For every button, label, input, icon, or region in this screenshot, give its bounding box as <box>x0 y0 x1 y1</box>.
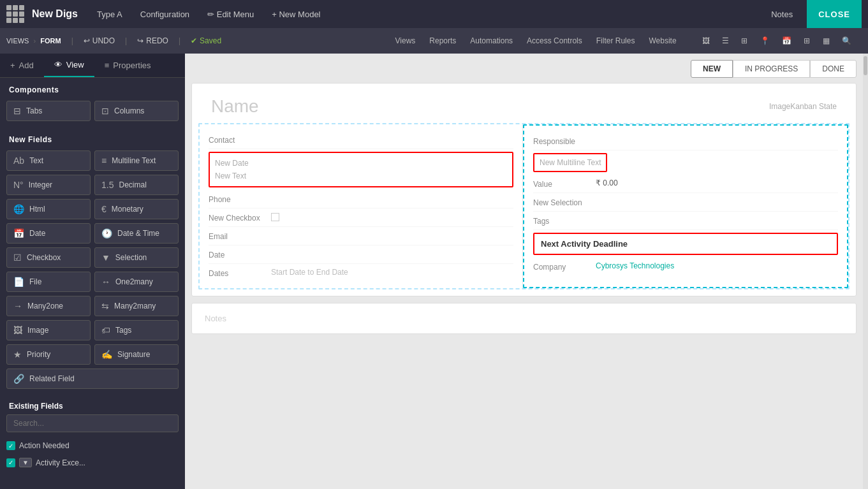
close-button[interactable]: CLOSE <box>807 0 862 28</box>
main-layout: + Add 👁 View ≡ Properties Components ⊟ T… <box>0 54 868 489</box>
field-datetime[interactable]: 🕐 Date & Time <box>94 223 179 244</box>
nav-reports[interactable]: Reports <box>424 34 461 48</box>
field-company: Company Cybrosys Technologies <box>533 258 838 275</box>
map-icon[interactable]: 📍 <box>755 34 775 48</box>
sidebar: + Add 👁 View ≡ Properties Components ⊟ T… <box>0 54 185 489</box>
nav-configuration[interactable]: Configuration <box>135 7 195 22</box>
image-icon[interactable]: 🖼 <box>697 34 715 48</box>
columns-icon: ⊡ <box>101 106 109 116</box>
nav-automations[interactable]: Automations <box>465 34 518 48</box>
eye-icon: 👁 <box>54 60 63 69</box>
sidebar-tab-view[interactable]: 👁 View <box>44 54 94 77</box>
next-activity-field[interactable]: Next Activity Deadline <box>541 239 830 249</box>
field-multiline-text[interactable]: ≡ Multiline Text <box>94 150 179 171</box>
field-selection[interactable]: ▼ Selection <box>94 247 179 268</box>
field-phone: Phone <box>209 190 513 208</box>
nav-new-model[interactable]: New Model <box>267 7 325 22</box>
field-integer[interactable]: N° Integer <box>6 175 91 195</box>
field-image[interactable]: 🖼 Image <box>6 320 91 340</box>
datetime-icon: 🕐 <box>101 228 112 238</box>
field-one2many[interactable]: ↔ One2many <box>94 272 179 292</box>
new-text-field[interactable]: New Text <box>215 170 507 182</box>
contact-label: Contact <box>209 135 266 145</box>
grid-icon[interactable]: ⊞ <box>736 34 753 48</box>
field-signature[interactable]: ✍ Signature <box>94 344 179 365</box>
field-date: Date <box>209 245 513 264</box>
checkbox-widget[interactable] <box>271 213 279 221</box>
list-icon[interactable]: ☰ <box>717 34 734 48</box>
notes-button[interactable]: Notes <box>765 7 799 22</box>
search-icon[interactable]: 🔍 <box>837 34 857 48</box>
field-checkbox[interactable]: ☑ Checkbox <box>6 247 91 268</box>
field-decimal[interactable]: 1.5 Decimal <box>94 175 179 195</box>
field-dates: Dates Start Date to End Date <box>209 264 513 282</box>
field-html[interactable]: 🌐 Html <box>6 199 91 219</box>
status-done[interactable]: DONE <box>810 60 857 78</box>
field-monetary[interactable]: € Monetary <box>94 199 179 219</box>
multiline-icon: ≡ <box>101 156 107 166</box>
divider: | <box>71 36 73 45</box>
existing-fields-search[interactable] <box>6 414 179 432</box>
selection-icon: ▼ <box>101 252 110 263</box>
field-priority[interactable]: ★ Priority <box>6 344 91 365</box>
activity-dropdown-arrow[interactable]: ▼ <box>19 458 32 467</box>
app-title: New Digs <box>32 8 78 20</box>
nav-views[interactable]: Views <box>390 34 421 48</box>
nav-access-controls[interactable]: Access Controls <box>522 34 587 48</box>
responsible-label: Responsible <box>533 136 591 146</box>
existing-item-action-needed[interactable]: ✓ Action Needed <box>0 437 185 454</box>
new-checkbox-value[interactable] <box>271 212 513 221</box>
tags-icon: 🏷 <box>101 325 110 335</box>
file-icon: 📄 <box>13 277 24 287</box>
redo-button[interactable]: ↪ REDO <box>131 34 175 48</box>
nav-type-a[interactable]: Type A <box>92 7 128 22</box>
company-label: Company <box>533 261 591 272</box>
secondary-navigation: VIEWS › FORM | ↩ UNDO | ↪ REDO | ✔ Saved… <box>0 28 868 54</box>
dates-label: Dates <box>209 268 266 278</box>
field-related[interactable]: 🔗 Related Field <box>6 369 179 389</box>
undo-button[interactable]: ↩ UNDO <box>77 34 121 48</box>
new-date-field[interactable]: New Date <box>215 157 507 170</box>
app-grid-icon[interactable] <box>6 5 24 23</box>
nav-edit-menu[interactable]: Edit Menu <box>202 7 259 22</box>
table-icon[interactable]: ⊞ <box>798 34 815 48</box>
calendar-icon[interactable]: 📅 <box>777 34 797 48</box>
status-new[interactable]: NEW <box>691 60 733 78</box>
red-box-date-text: New Date New Text <box>209 152 513 187</box>
sidebar-tab-add[interactable]: + Add <box>0 54 44 77</box>
field-text[interactable]: Ab Text <box>6 150 91 171</box>
field-responsible: Responsible <box>533 132 838 150</box>
signature-icon: ✍ <box>101 349 112 360</box>
one2many-icon: ↔ <box>101 277 110 287</box>
new-fields-title: New Fields <box>0 128 185 148</box>
date-icon: 📅 <box>13 228 24 238</box>
many2many-icon: ⇆ <box>101 301 109 311</box>
status-bar: NEW IN PROGRESS DONE <box>191 60 857 78</box>
existing-item-activity[interactable]: ✓ ▼ Activity Exce... <box>0 454 185 471</box>
field-date[interactable]: 📅 Date <box>6 223 91 244</box>
component-columns[interactable]: ⊡ Columns <box>94 101 179 121</box>
scrollbar-thumb <box>864 56 867 75</box>
field-file[interactable]: 📄 File <box>6 272 91 292</box>
new-fields-grid: Ab Text ≡ Multiline Text N° Integer 1.5 … <box>0 148 185 395</box>
right-scrollbar[interactable] <box>863 54 868 489</box>
value-amount: ₹ 0.00 <box>596 179 838 187</box>
field-many2many[interactable]: ⇆ Many2many <box>94 296 179 316</box>
nav-website[interactable]: Website <box>644 34 681 48</box>
field-tags[interactable]: 🏷 Tags <box>94 320 179 340</box>
field-many2one[interactable]: → Many2one <box>6 296 91 316</box>
new-multiline-field[interactable]: New Multiline Text <box>540 158 601 167</box>
sidebar-tab-properties[interactable]: ≡ Properties <box>94 54 161 77</box>
notes-area[interactable]: Notes <box>191 303 857 334</box>
company-value: Cybrosys Technologies <box>596 261 838 270</box>
pivot-icon[interactable]: ▦ <box>818 34 835 48</box>
right-nav-links: Views Reports Automations Access Control… <box>390 34 862 48</box>
divider3: | <box>179 36 180 45</box>
notes-placeholder: Notes <box>205 314 226 323</box>
name-field[interactable]: Name <box>211 96 259 117</box>
top-right-icons: 🖼 ☰ ⊞ 📍 📅 ⊞ ▦ 🔍 <box>692 34 862 48</box>
nav-filter-rules[interactable]: Filter Rules <box>591 34 640 48</box>
status-in-progress[interactable]: IN PROGRESS <box>733 60 810 78</box>
content-area: NEW IN PROGRESS DONE Name ImageKanban St… <box>185 54 863 489</box>
component-tabs[interactable]: ⊟ Tabs <box>6 101 91 121</box>
